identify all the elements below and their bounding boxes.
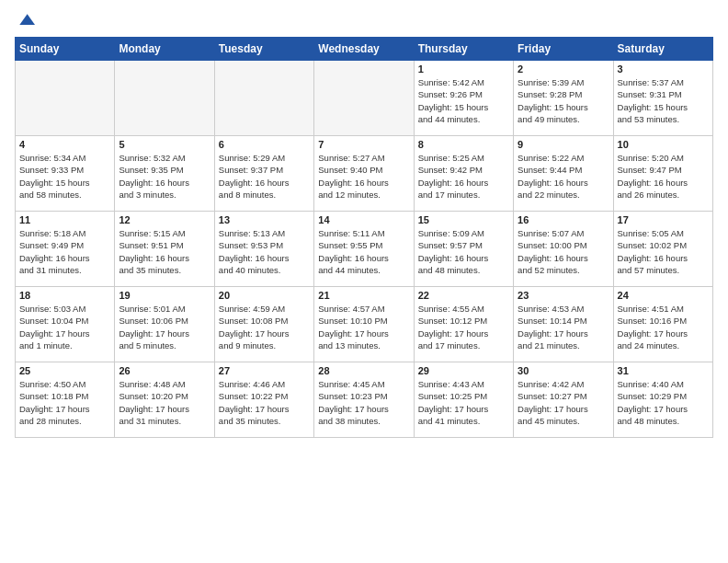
day-number: 21 <box>318 290 409 301</box>
day-number: 24 <box>618 290 709 301</box>
calendar-cell: 16Sunrise: 5:07 AM Sunset: 10:00 PM Dayl… <box>514 212 613 287</box>
calendar-cell: 11Sunrise: 5:18 AM Sunset: 9:49 PM Dayli… <box>16 212 115 287</box>
calendar-cell: 30Sunrise: 4:42 AM Sunset: 10:27 PM Dayl… <box>514 362 613 438</box>
day-detail: Sunrise: 5:42 AM Sunset: 9:26 PM Dayligh… <box>418 76 509 125</box>
weekday-header-thursday: Thursday <box>414 38 513 61</box>
day-detail: Sunrise: 4:43 AM Sunset: 10:25 PM Daylig… <box>418 378 509 427</box>
day-detail: Sunrise: 5:29 AM Sunset: 9:37 PM Dayligh… <box>219 152 310 201</box>
day-number: 31 <box>618 365 709 376</box>
calendar-cell: 24Sunrise: 4:51 AM Sunset: 10:16 PM Dayl… <box>613 287 712 362</box>
calendar-cell: 21Sunrise: 4:57 AM Sunset: 10:10 PM Dayl… <box>314 287 414 362</box>
calendar-week-1: 4Sunrise: 5:34 AM Sunset: 9:33 PM Daylig… <box>16 136 713 212</box>
day-number: 19 <box>119 290 210 301</box>
day-detail: Sunrise: 4:42 AM Sunset: 10:27 PM Daylig… <box>518 378 609 427</box>
day-number: 6 <box>219 139 310 150</box>
weekday-header-row: SundayMondayTuesdayWednesdayThursdayFrid… <box>16 38 713 61</box>
day-detail: Sunrise: 5:15 AM Sunset: 9:51 PM Dayligh… <box>119 227 210 276</box>
page: SundayMondayTuesdayWednesdayThursdayFrid… <box>0 0 728 445</box>
day-detail: Sunrise: 5:13 AM Sunset: 9:53 PM Dayligh… <box>219 227 310 276</box>
day-detail: Sunrise: 4:45 AM Sunset: 10:23 PM Daylig… <box>318 378 409 427</box>
calendar-cell: 20Sunrise: 4:59 AM Sunset: 10:08 PM Dayl… <box>214 287 313 362</box>
day-number: 1 <box>418 63 509 75</box>
day-number: 2 <box>518 63 609 75</box>
weekday-header-sunday: Sunday <box>16 38 115 61</box>
calendar-cell: 3Sunrise: 5:37 AM Sunset: 9:31 PM Daylig… <box>613 61 712 136</box>
day-detail: Sunrise: 5:32 AM Sunset: 9:35 PM Dayligh… <box>119 152 210 201</box>
day-number: 18 <box>19 290 110 301</box>
day-number: 3 <box>618 63 709 75</box>
calendar-cell: 5Sunrise: 5:32 AM Sunset: 9:35 PM Daylig… <box>115 136 214 212</box>
calendar-cell: 31Sunrise: 4:40 AM Sunset: 10:29 PM Dayl… <box>613 362 712 438</box>
day-number: 17 <box>618 214 709 225</box>
calendar-cell: 1Sunrise: 5:42 AM Sunset: 9:26 PM Daylig… <box>414 61 513 136</box>
calendar-cell: 2Sunrise: 5:39 AM Sunset: 9:28 PM Daylig… <box>514 61 613 136</box>
calendar-cell <box>16 61 115 136</box>
day-detail: Sunrise: 5:03 AM Sunset: 10:04 PM Daylig… <box>19 303 110 351</box>
calendar-cell <box>115 61 214 136</box>
day-number: 13 <box>219 214 310 225</box>
calendar-cell <box>214 61 313 136</box>
weekday-header-tuesday: Tuesday <box>214 38 313 61</box>
weekday-header-friday: Friday <box>514 38 613 61</box>
day-number: 10 <box>618 139 709 150</box>
day-number: 22 <box>418 290 509 301</box>
svg-marker-0 <box>19 14 35 25</box>
calendar-cell: 25Sunrise: 4:50 AM Sunset: 10:18 PM Dayl… <box>16 362 115 438</box>
day-number: 8 <box>418 139 509 150</box>
day-number: 16 <box>518 214 609 225</box>
day-detail: Sunrise: 4:48 AM Sunset: 10:20 PM Daylig… <box>119 378 210 427</box>
day-detail: Sunrise: 5:01 AM Sunset: 10:06 PM Daylig… <box>119 303 210 351</box>
calendar-cell: 15Sunrise: 5:09 AM Sunset: 9:57 PM Dayli… <box>414 212 513 287</box>
day-number: 14 <box>318 214 409 225</box>
day-detail: Sunrise: 4:53 AM Sunset: 10:14 PM Daylig… <box>518 303 609 351</box>
calendar-cell: 27Sunrise: 4:46 AM Sunset: 10:22 PM Dayl… <box>214 362 313 438</box>
calendar-cell: 9Sunrise: 5:22 AM Sunset: 9:44 PM Daylig… <box>514 136 613 212</box>
day-number: 25 <box>19 365 110 376</box>
day-number: 27 <box>219 365 310 376</box>
day-number: 29 <box>418 365 509 376</box>
logo <box>15 11 35 29</box>
day-detail: Sunrise: 4:46 AM Sunset: 10:22 PM Daylig… <box>219 378 310 427</box>
day-detail: Sunrise: 4:55 AM Sunset: 10:12 PM Daylig… <box>418 303 509 351</box>
day-detail: Sunrise: 5:25 AM Sunset: 9:42 PM Dayligh… <box>418 152 509 201</box>
calendar-cell: 10Sunrise: 5:20 AM Sunset: 9:47 PM Dayli… <box>613 136 712 212</box>
calendar-cell: 22Sunrise: 4:55 AM Sunset: 10:12 PM Dayl… <box>414 287 513 362</box>
day-detail: Sunrise: 5:39 AM Sunset: 9:28 PM Dayligh… <box>518 76 609 125</box>
day-detail: Sunrise: 4:59 AM Sunset: 10:08 PM Daylig… <box>219 303 310 351</box>
day-number: 12 <box>119 214 210 225</box>
calendar-cell: 19Sunrise: 5:01 AM Sunset: 10:06 PM Dayl… <box>115 287 214 362</box>
calendar-week-0: 1Sunrise: 5:42 AM Sunset: 9:26 PM Daylig… <box>16 61 713 136</box>
calendar-cell: 26Sunrise: 4:48 AM Sunset: 10:20 PM Dayl… <box>115 362 214 438</box>
calendar-cell: 7Sunrise: 5:27 AM Sunset: 9:40 PM Daylig… <box>314 136 414 212</box>
day-detail: Sunrise: 5:20 AM Sunset: 9:47 PM Dayligh… <box>618 152 709 201</box>
day-detail: Sunrise: 4:40 AM Sunset: 10:29 PM Daylig… <box>618 378 709 427</box>
day-detail: Sunrise: 4:57 AM Sunset: 10:10 PM Daylig… <box>318 303 409 351</box>
day-number: 7 <box>318 139 409 150</box>
day-number: 9 <box>518 139 609 150</box>
calendar-cell: 17Sunrise: 5:05 AM Sunset: 10:02 PM Dayl… <box>613 212 712 287</box>
calendar-cell: 18Sunrise: 5:03 AM Sunset: 10:04 PM Dayl… <box>16 287 115 362</box>
calendar-cell <box>314 61 414 136</box>
day-number: 20 <box>219 290 310 301</box>
day-number: 11 <box>19 214 110 225</box>
calendar-week-3: 18Sunrise: 5:03 AM Sunset: 10:04 PM Dayl… <box>16 287 713 362</box>
day-detail: Sunrise: 5:22 AM Sunset: 9:44 PM Dayligh… <box>518 152 609 201</box>
day-detail: Sunrise: 5:07 AM Sunset: 10:00 PM Daylig… <box>518 227 609 276</box>
calendar-cell: 28Sunrise: 4:45 AM Sunset: 10:23 PM Dayl… <box>314 362 414 438</box>
day-number: 4 <box>19 139 110 150</box>
logo-icon <box>17 11 35 29</box>
calendar-cell: 12Sunrise: 5:15 AM Sunset: 9:51 PM Dayli… <box>115 212 214 287</box>
calendar-table: SundayMondayTuesdayWednesdayThursdayFrid… <box>15 37 713 438</box>
weekday-header-wednesday: Wednesday <box>314 38 414 61</box>
day-detail: Sunrise: 4:51 AM Sunset: 10:16 PM Daylig… <box>618 303 709 351</box>
calendar-cell: 29Sunrise: 4:43 AM Sunset: 10:25 PM Dayl… <box>414 362 513 438</box>
day-number: 5 <box>119 139 210 150</box>
day-detail: Sunrise: 5:11 AM Sunset: 9:55 PM Dayligh… <box>318 227 409 276</box>
day-detail: Sunrise: 5:05 AM Sunset: 10:02 PM Daylig… <box>618 227 709 276</box>
day-number: 23 <box>518 290 609 301</box>
day-number: 26 <box>119 365 210 376</box>
calendar-cell: 8Sunrise: 5:25 AM Sunset: 9:42 PM Daylig… <box>414 136 513 212</box>
calendar-cell: 13Sunrise: 5:13 AM Sunset: 9:53 PM Dayli… <box>214 212 313 287</box>
calendar-week-4: 25Sunrise: 4:50 AM Sunset: 10:18 PM Dayl… <box>16 362 713 438</box>
day-detail: Sunrise: 5:18 AM Sunset: 9:49 PM Dayligh… <box>19 227 110 276</box>
